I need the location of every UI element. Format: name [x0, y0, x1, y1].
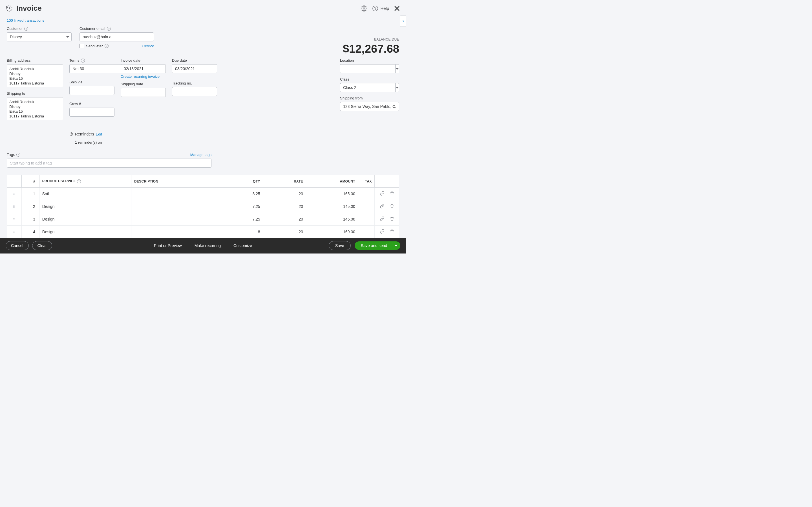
- cc-bcc-link[interactable]: Cc/Bcc: [142, 44, 154, 48]
- due-date-input[interactable]: [172, 64, 217, 73]
- make-recurring-button[interactable]: Make recurring: [188, 243, 227, 248]
- row-tax[interactable]: [358, 213, 375, 226]
- row-rate[interactable]: 20: [263, 226, 306, 238]
- help-circle-icon[interactable]: ?: [16, 153, 20, 157]
- ship-via-input[interactable]: [69, 86, 114, 95]
- gear-icon[interactable]: [361, 5, 367, 12]
- col-product: PRODUCT/SERVICE ?: [39, 175, 131, 187]
- table-row[interactable]: ⠿ 1 Soil 8.25 20 165.00: [7, 187, 399, 200]
- help-circle-icon[interactable]: ?: [77, 179, 81, 183]
- shipping-to-input[interactable]: [7, 97, 63, 120]
- trash-icon[interactable]: [390, 191, 395, 196]
- create-recurring-link[interactable]: Create recurring invoice: [121, 74, 166, 78]
- chevron-down-icon[interactable]: [395, 64, 399, 73]
- row-product[interactable]: Design: [39, 200, 131, 213]
- trash-icon[interactable]: [390, 229, 395, 235]
- history-icon[interactable]: [6, 5, 13, 12]
- chevron-down-icon[interactable]: [64, 33, 71, 41]
- help-label[interactable]: Help: [380, 6, 389, 11]
- tracking-no-input[interactable]: [172, 87, 217, 96]
- col-tax: TAX: [358, 175, 375, 187]
- class-label: Class: [340, 77, 399, 81]
- row-rate[interactable]: 20: [263, 213, 306, 226]
- row-number: 4: [21, 226, 39, 238]
- reminders-edit-link[interactable]: Edit: [96, 132, 102, 136]
- cancel-button[interactable]: Cancel: [6, 241, 29, 250]
- manage-tags-link[interactable]: Manage tags: [190, 153, 211, 157]
- invoice-date-label: Invoice date: [121, 58, 166, 62]
- row-tax[interactable]: [358, 226, 375, 238]
- customer-label: Customer ?: [7, 26, 71, 31]
- tags-input[interactable]: [7, 159, 211, 168]
- shipping-to-label: Shipping to: [7, 91, 63, 96]
- help-circle-icon[interactable]: ?: [105, 44, 109, 48]
- row-product[interactable]: Soil: [39, 187, 131, 200]
- help-circle-icon[interactable]: ?: [81, 59, 85, 62]
- billing-address-input[interactable]: [7, 64, 63, 87]
- drag-handle-icon[interactable]: ⠿: [13, 218, 15, 221]
- table-row[interactable]: ⠿ 4 Design 8 20 160.00: [7, 226, 399, 238]
- send-later-checkbox[interactable]: [80, 44, 84, 48]
- row-amount[interactable]: 160.00: [306, 226, 358, 238]
- row-tax[interactable]: [358, 187, 375, 200]
- help-circle-icon[interactable]: ?: [107, 27, 111, 31]
- terms-select[interactable]: [69, 64, 113, 73]
- help-icon[interactable]: [372, 5, 378, 12]
- row-rate[interactable]: 20: [263, 200, 306, 213]
- link-icon[interactable]: [380, 204, 385, 209]
- row-description[interactable]: [132, 226, 223, 238]
- class-select[interactable]: [340, 83, 399, 92]
- row-product[interactable]: Design: [39, 226, 131, 238]
- row-description[interactable]: [132, 213, 223, 226]
- drag-handle-icon[interactable]: ⠿: [13, 192, 15, 196]
- clear-button[interactable]: Clear: [32, 241, 52, 250]
- save-and-send-button[interactable]: Save and send: [355, 241, 400, 250]
- shipping-date-input[interactable]: [121, 88, 166, 97]
- shipping-date-label: Shipping date: [121, 82, 166, 86]
- tracking-no-label: Tracking no.: [172, 81, 217, 86]
- row-amount[interactable]: 145.00: [306, 213, 358, 226]
- linked-transactions-link[interactable]: 100 linked transactions: [7, 18, 399, 22]
- due-date-label: Due date: [172, 58, 217, 62]
- row-number: 2: [21, 200, 39, 213]
- svg-point-0: [363, 8, 365, 9]
- invoice-date-input[interactable]: [121, 64, 166, 73]
- row-qty[interactable]: 7.25: [223, 200, 263, 213]
- row-amount[interactable]: 165.00: [306, 187, 358, 200]
- crew-input[interactable]: [69, 108, 114, 117]
- location-select[interactable]: [340, 64, 399, 73]
- customer-input[interactable]: [7, 33, 64, 41]
- help-circle-icon[interactable]: ?: [24, 27, 28, 31]
- reminders-count: 1 reminder(s) on: [69, 140, 114, 145]
- table-row[interactable]: ⠿ 3 Design 7.25 20 145.00: [7, 213, 399, 226]
- col-description: DESCRIPTION: [132, 175, 223, 187]
- chevron-down-icon[interactable]: [391, 244, 398, 248]
- row-qty[interactable]: 8.25: [223, 187, 263, 200]
- row-qty[interactable]: 7.25: [223, 213, 263, 226]
- location-label: Location: [340, 58, 399, 62]
- line-items-table: # PRODUCT/SERVICE ? DESCRIPTION QTY RATE…: [7, 175, 399, 238]
- row-rate[interactable]: 20: [263, 187, 306, 200]
- link-icon[interactable]: [380, 229, 385, 235]
- chevron-down-icon[interactable]: [395, 83, 399, 92]
- print-preview-button[interactable]: Print or Preview: [148, 243, 188, 248]
- customer-select[interactable]: [7, 33, 71, 41]
- drag-handle-icon[interactable]: ⠿: [13, 230, 15, 234]
- customer-email-input[interactable]: [80, 33, 154, 41]
- close-icon[interactable]: [394, 5, 400, 12]
- save-button[interactable]: Save: [329, 241, 351, 250]
- trash-icon[interactable]: [390, 216, 395, 222]
- trash-icon[interactable]: [390, 204, 395, 209]
- drag-handle-icon[interactable]: ⠿: [13, 205, 15, 209]
- row-amount[interactable]: 145.00: [306, 200, 358, 213]
- row-tax[interactable]: [358, 200, 375, 213]
- row-product[interactable]: Design: [39, 213, 131, 226]
- link-icon[interactable]: [380, 216, 385, 222]
- customize-button[interactable]: Customize: [227, 243, 258, 248]
- row-description[interactable]: [132, 187, 223, 200]
- row-qty[interactable]: 8: [223, 226, 263, 238]
- link-icon[interactable]: [380, 191, 385, 196]
- table-row[interactable]: ⠿ 2 Design 7.25 20 145.00: [7, 200, 399, 213]
- row-description[interactable]: [132, 200, 223, 213]
- shipping-from-input[interactable]: [340, 102, 399, 111]
